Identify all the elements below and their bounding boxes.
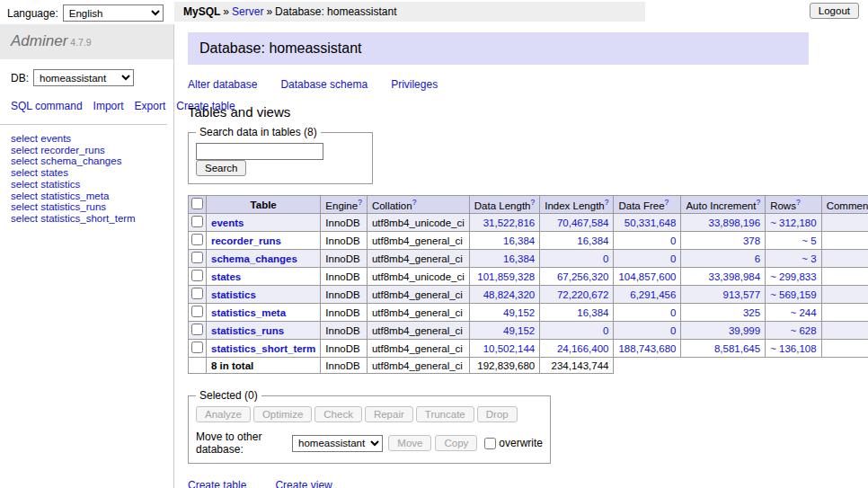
sidebar-item-select-recorder-runs[interactable]: select recorder_runs [11, 145, 163, 156]
breadcrumb-separator: » [266, 5, 272, 18]
rows-count-link[interactable]: ~ 299,833 [770, 271, 816, 282]
breadcrumb: MySQL»Server»Database: homeassistant [174, 2, 645, 22]
column-help-link[interactable]: ? [530, 198, 535, 207]
table-name-link[interactable]: schema_changes [211, 253, 297, 264]
index-length-link[interactable]: 16,384 [577, 235, 608, 246]
row-checkbox[interactable] [191, 342, 203, 353]
column-help-link[interactable]: ? [756, 198, 760, 207]
rows-count-link[interactable]: ~ 569,159 [770, 289, 816, 300]
sidebar-item-select-statistics-meta[interactable]: select statistics_meta [11, 191, 163, 202]
auto-increment-link[interactable]: 33,398,984 [709, 271, 761, 282]
create-table-link[interactable]: Create table [188, 479, 246, 488]
data-free-link[interactable]: 6,291,456 [630, 289, 676, 300]
sidebar-link-import[interactable]: Import [93, 100, 124, 112]
search-button[interactable]: Search [196, 160, 246, 176]
column-help-link[interactable]: ? [665, 198, 669, 207]
table-name-link[interactable]: events [211, 217, 244, 228]
auto-increment-link[interactable]: 913,577 [723, 289, 761, 300]
index-length-link[interactable]: 67,256,320 [557, 271, 609, 282]
column-help-link[interactable]: ? [358, 198, 362, 207]
collation-cell: utf8mb4_general_ci [367, 322, 469, 340]
logout-button[interactable]: Logout [810, 3, 859, 19]
data-length-link[interactable]: 10,502,144 [483, 343, 536, 354]
column-help-link[interactable]: ? [796, 198, 801, 207]
index-length-link[interactable]: 0 [603, 325, 608, 336]
row-checkbox[interactable] [191, 288, 203, 299]
column-help-link[interactable]: ? [605, 198, 609, 207]
create-view-link[interactable]: Create view [275, 479, 332, 488]
sidebar-item-select-statistics-short-term[interactable]: select statistics_short_term [11, 213, 163, 225]
engine-cell: InnoDB [321, 250, 368, 268]
auto-increment-link[interactable]: 378 [743, 235, 760, 246]
data-free-link[interactable]: 50,331,648 [624, 217, 677, 228]
data-length-link[interactable]: 16,384 [503, 235, 535, 246]
data-free-link[interactable]: 0 [670, 253, 676, 264]
data-length-link[interactable]: 16,384 [503, 253, 535, 264]
row-checkbox[interactable] [191, 306, 203, 317]
auto-increment-link[interactable]: 33,898,196 [709, 217, 761, 228]
rows-count-link[interactable]: ~ 244 [791, 307, 817, 318]
table-name-link[interactable]: statistics_meta [211, 307, 286, 318]
selected-buttons-row: AnalyzeOptimizeCheckRepairTruncateDrop [196, 406, 543, 422]
table-name-link[interactable]: recorder_runs [211, 235, 281, 246]
rows-count-link[interactable]: ~ 5 [802, 235, 816, 246]
row-checkbox[interactable] [191, 252, 203, 263]
totals-collation: utf8mb4_general_ci [367, 358, 469, 374]
index-length-link[interactable]: 24,166,400 [557, 343, 609, 354]
sidebar-item-select-statistics[interactable]: select statistics [11, 179, 163, 191]
auto-increment-link[interactable]: 325 [743, 307, 760, 318]
sidebar-link-sql-command[interactable]: SQL command [11, 100, 83, 112]
db-select[interactable]: homeassistant [33, 69, 134, 86]
move-button: Move [388, 435, 431, 451]
auto-increment-link[interactable]: 8,581,645 [714, 343, 760, 354]
sidebar-item-select-states[interactable]: select states [11, 167, 163, 179]
sidebar-item-select-statistics-runs[interactable]: select statistics_runs [11, 201, 163, 213]
table-name-link[interactable]: statistics [211, 289, 256, 300]
data-length-link[interactable]: 49,152 [503, 325, 535, 336]
table-name-link[interactable]: states [211, 271, 241, 282]
breadcrumb-mysql-link[interactable]: MySQL [183, 5, 220, 18]
data-length-link[interactable]: 31,522,816 [483, 217, 536, 228]
auto-increment-link[interactable]: 6 [755, 253, 760, 264]
data-length-link[interactable]: 48,824,320 [483, 289, 536, 300]
sidebar-item-select-schema-changes[interactable]: select schema_changes [11, 155, 163, 167]
data-free-link[interactable]: 0 [670, 325, 676, 336]
alter-database-link[interactable]: Alter database [188, 78, 257, 91]
index-length-link[interactable]: 0 [603, 253, 608, 264]
rows-count-link[interactable]: ~ 136,108 [770, 343, 816, 354]
sidebar-link-export[interactable]: Export [135, 100, 166, 112]
row-checkbox[interactable] [191, 270, 203, 281]
row-checkbox[interactable] [191, 234, 203, 245]
overwrite-checkbox[interactable] [484, 438, 496, 449]
index-length-link[interactable]: 72,220,672 [557, 289, 609, 300]
table-name-link[interactable]: statistics_short_term [211, 343, 315, 354]
data-free-link[interactable]: 188,743,680 [618, 343, 676, 354]
database-schema-link[interactable]: Database schema [280, 78, 368, 91]
copy-button: Copy [435, 435, 477, 451]
language-label: Language: [7, 7, 58, 20]
index-length-link[interactable]: 70,467,584 [557, 217, 609, 228]
data-length-link[interactable]: 101,859,328 [477, 271, 535, 282]
row-checkbox[interactable] [191, 324, 203, 335]
rows-count-link[interactable]: ~ 3 [802, 253, 816, 264]
column-help-link[interactable]: ? [412, 198, 417, 207]
privileges-link[interactable]: Privileges [391, 78, 438, 91]
data-free-link[interactable]: 0 [670, 235, 676, 246]
row-checkbox[interactable] [191, 216, 203, 227]
auto-increment-link[interactable]: 39,999 [729, 325, 760, 336]
rows-count-link[interactable]: ~ 312,180 [770, 217, 816, 228]
truncate-button: Truncate [416, 406, 474, 422]
breadcrumb-server-link[interactable]: Server [232, 5, 263, 18]
data-length-link[interactable]: 49,152 [503, 307, 535, 318]
move-database-select[interactable]: homeassistant [292, 435, 383, 452]
app-name: Adminer [11, 32, 67, 49]
rows-count-link[interactable]: ~ 628 [791, 325, 817, 336]
index-length-link[interactable]: 16,384 [577, 307, 608, 318]
data-free-link[interactable]: 0 [670, 307, 676, 318]
data-free-link[interactable]: 104,857,600 [618, 271, 676, 282]
select-all-checkbox[interactable] [191, 198, 203, 209]
search-input[interactable] [196, 143, 323, 160]
table-name-link[interactable]: statistics_runs [211, 325, 284, 336]
sidebar-item-select-events[interactable]: select events [11, 133, 163, 145]
language-select[interactable]: English [63, 4, 164, 22]
